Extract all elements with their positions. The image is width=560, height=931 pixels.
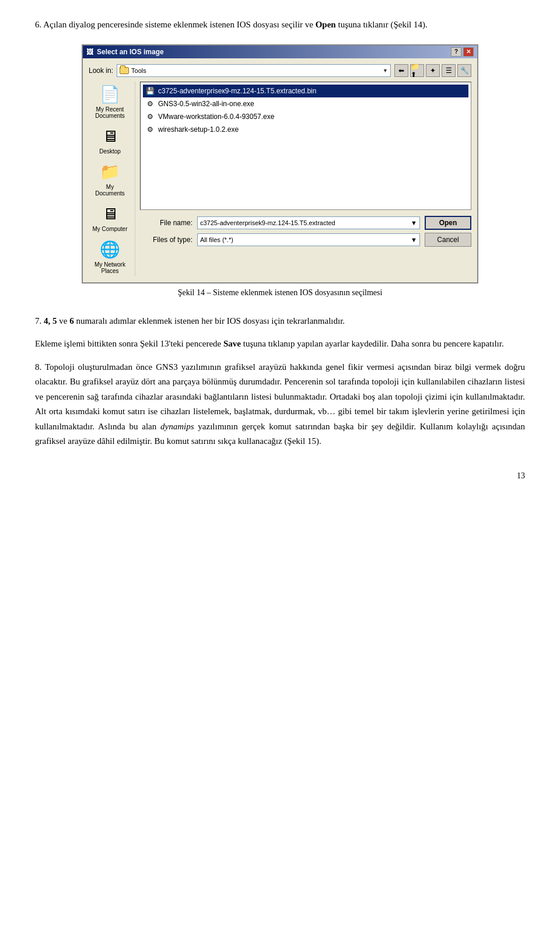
intro-text2: tuşuna tıklanır (Şekil 14).	[336, 20, 428, 29]
p7-bold-nums: 4, 5	[44, 316, 57, 326]
file-item-selected[interactable]: 💾 c3725-adventerpriseк9-mz.124-15.T5.ext…	[143, 85, 468, 97]
file-bin-name: c3725-adventerpriseк9-mz.124-15.T5.extra…	[158, 87, 316, 95]
my-network-label: My NetworkPlaces	[94, 261, 125, 274]
file-name-dropdown-arrow: ▼	[411, 219, 417, 226]
intro-text: 6. Açılan diyalog penceresinde sisteme e…	[35, 20, 316, 29]
file-vmware-name: VMware-workstation-6.0.4-93057.exe	[158, 113, 274, 121]
view-icon[interactable]: ☰	[442, 64, 456, 77]
lookin-label: Look in:	[89, 66, 113, 75]
p7-text: numaralı adımlar eklenmek istenen her bi…	[74, 316, 345, 326]
lookin-combo-arrow: ▼	[383, 68, 388, 74]
open-bold: Open	[316, 20, 336, 29]
dialog-icon: 🖼	[86, 48, 93, 56]
dialog-titlebar: 🖼 Select an IOS image ? ✕	[83, 46, 477, 58]
my-documents-label: My Documents	[92, 184, 129, 197]
figure-caption: Şekil 14 – Sisteme eklenmek istenen IOS …	[178, 288, 383, 298]
main-area: 💾 c3725-adventerpriseк9-mz.124-15.T5.ext…	[140, 82, 471, 276]
intro-paragraph: 6. Açılan diyalog penceresinde sisteme e…	[35, 18, 525, 33]
file-exe-icon-2: ⚙	[145, 112, 155, 121]
file-exe-icon-3: ⚙	[145, 125, 155, 134]
file-item-wireshark[interactable]: ⚙ wireshark-setup-1.0.2.exe	[143, 123, 468, 136]
recent-docs-label: My RecentDocuments	[95, 106, 125, 119]
file-exe-icon-1: ⚙	[145, 99, 155, 108]
p8-num: 8.	[35, 362, 45, 372]
open-button[interactable]: Open	[425, 216, 471, 230]
dialog-box: 🖼 Select an IOS image ? ✕ Look in: Tools…	[82, 44, 478, 284]
file-item-gns3[interactable]: ⚙ GNS3-0.5-win32-all-in-one.exe	[143, 97, 468, 110]
help-button[interactable]: ?	[451, 47, 461, 57]
toolbar-icon-group: ⬅ 📁⬆ ✦ ☰ 🔧	[394, 64, 471, 77]
save-text1: Ekleme işlemi bittikten sonra Şekil 13't…	[35, 339, 223, 348]
file-gns3-name: GNS3-0.5-win32-all-in-one.exe	[158, 100, 254, 108]
my-network-icon: 🌐	[100, 239, 121, 260]
recent-docs-icon: 📄	[100, 84, 121, 105]
p7-bold-6: 6	[69, 316, 74, 326]
titlebar-buttons: ? ✕	[451, 47, 474, 57]
up-folder-icon[interactable]: 📁⬆	[410, 64, 424, 77]
toolbar-row: Look in: Tools ▼ ⬅ 📁⬆ ✦ ☰ 🔧	[89, 64, 471, 77]
lookin-value: Tools	[120, 67, 146, 74]
dialog-content: Look in: Tools ▼ ⬅ 📁⬆ ✦ ☰ 🔧	[83, 58, 477, 282]
desktop-icon: 🖥	[100, 126, 121, 147]
dialog-title: Select an IOS image	[97, 48, 164, 56]
paragraph-save: Ekleme işlemi bittikten sonra Şekil 13't…	[35, 337, 525, 352]
folder-small-icon	[120, 67, 129, 74]
new-folder-icon[interactable]: ✦	[426, 64, 440, 77]
p7-num: 7.	[35, 316, 44, 326]
file-name-input[interactable]: c3725-adventerprisek9-mz.124-15.T5.extra…	[197, 216, 420, 229]
p8-italic: dynamips	[160, 422, 194, 431]
titlebar-title-group: 🖼 Select an IOS image	[86, 48, 164, 56]
p8-text1: Topoloji oluşturulmadan önce GNS3 yazılı…	[35, 362, 525, 431]
page-number: 13	[517, 471, 525, 481]
sidebar-mydocs[interactable]: 📁 My Documents	[89, 159, 131, 199]
lookin-combo[interactable]: Tools ▼	[117, 64, 391, 77]
save-text2: tuşuna tıklanıp yapılan ayarlar kaydedil…	[241, 339, 504, 348]
files-of-type-value: All files (*.*)	[200, 236, 233, 243]
close-button[interactable]: ✕	[463, 47, 474, 57]
paragraph-8: 8. Topoloji oluşturulmadan önce GNS3 yaz…	[35, 360, 525, 449]
file-item-vmware[interactable]: ⚙ VMware-workstation-6.0.4-93057.exe	[143, 110, 468, 123]
my-documents-icon: 📁	[100, 162, 121, 183]
my-computer-label: My Computer	[92, 226, 127, 232]
back-icon[interactable]: ⬅	[394, 64, 408, 77]
files-of-type-label: Files of type:	[140, 236, 192, 244]
files-of-type-input[interactable]: All files (*.*) ▼	[197, 233, 420, 246]
dialog-body: 📄 My RecentDocuments 🖥 Desktop 📁 My Docu…	[89, 82, 471, 276]
file-name-value: c3725-adventerprisek9-mz.124-15.T5.extra…	[200, 219, 335, 226]
cancel-button[interactable]: Cancel	[425, 233, 471, 247]
file-wireshark-name: wireshark-setup-1.0.2.exe	[158, 125, 239, 134]
tools-icon[interactable]: 🔧	[457, 64, 471, 77]
files-of-type-arrow: ▼	[411, 236, 417, 243]
left-sidebar: 📄 My RecentDocuments 🖥 Desktop 📁 My Docu…	[89, 82, 135, 276]
my-computer-icon: 🖥	[100, 204, 121, 225]
paragraph-7: 7. 4, 5 ve 6 numaralı adımlar eklenmek i…	[35, 314, 525, 329]
p7-ve: ve	[57, 316, 70, 326]
sidebar-desktop[interactable]: 🖥 Desktop	[89, 124, 131, 157]
sidebar-mycomputer[interactable]: 🖥 My Computer	[89, 201, 131, 235]
file-bin-icon: 💾	[145, 86, 155, 96]
sidebar-recent[interactable]: 📄 My RecentDocuments	[89, 82, 131, 121]
desktop-label: Desktop	[99, 148, 121, 155]
save-bold: Save	[223, 339, 241, 348]
file-list[interactable]: 💾 c3725-adventerpriseк9-mz.124-15.T5.ext…	[140, 82, 471, 210]
sidebar-network[interactable]: 🌐 My NetworkPlaces	[89, 237, 131, 276]
file-name-label: File name:	[140, 219, 192, 227]
screenshot-container: 🖼 Select an IOS image ? ✕ Look in: Tools…	[35, 44, 525, 308]
